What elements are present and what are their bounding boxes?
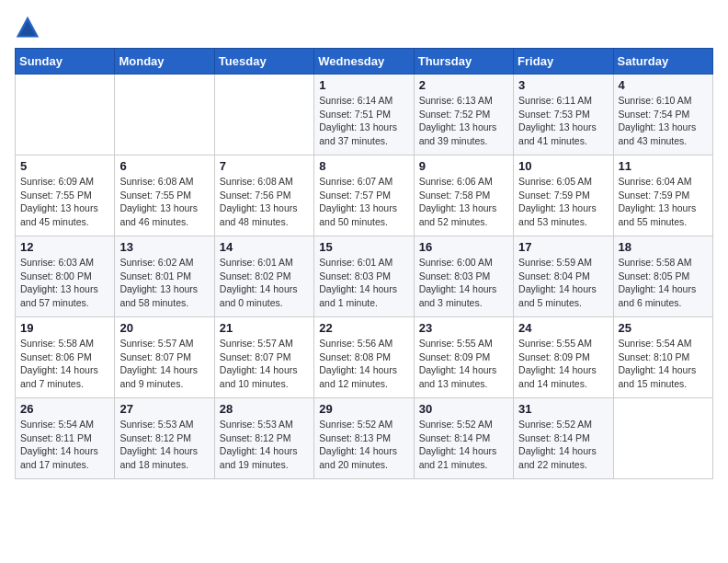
day-info: Sunrise: 5:58 AMSunset: 8:06 PMDaylight:… [20,337,109,391]
calendar-cell: 4Sunrise: 6:10 AMSunset: 7:54 PMDaylight… [613,75,712,155]
day-number: 14 [220,240,309,254]
day-info: Sunrise: 5:59 AMSunset: 8:04 PMDaylight:… [518,256,608,310]
header-day-wednesday: Wednesday [314,49,414,75]
calendar-cell [16,75,115,155]
day-info: Sunrise: 6:01 AMSunset: 8:03 PMDaylight:… [319,256,408,310]
calendar-week-5: 26Sunrise: 5:54 AMSunset: 8:11 PMDayligh… [16,398,713,479]
calendar-cell: 22Sunrise: 5:56 AMSunset: 8:08 PMDayligh… [314,317,414,398]
day-number: 7 [220,159,309,173]
day-info: Sunrise: 6:08 AMSunset: 7:56 PMDaylight:… [220,175,309,229]
day-info: Sunrise: 6:07 AMSunset: 7:57 PMDaylight:… [319,175,408,229]
day-number: 24 [518,321,608,335]
day-number: 27 [119,402,209,416]
calendar-week-2: 5Sunrise: 6:09 AMSunset: 7:55 PMDaylight… [16,155,713,236]
day-number: 30 [419,402,508,416]
calendar-cell: 16Sunrise: 6:00 AMSunset: 8:03 PMDayligh… [414,236,513,317]
calendar-cell [613,398,712,479]
day-info: Sunrise: 5:54 AMSunset: 8:10 PMDaylight:… [619,337,708,391]
day-info: Sunrise: 6:02 AMSunset: 8:01 PMDaylight:… [119,256,209,310]
calendar-cell: 30Sunrise: 5:52 AMSunset: 8:14 PMDayligh… [414,398,513,479]
day-number: 29 [319,402,408,416]
calendar-body: 1Sunrise: 6:14 AMSunset: 7:51 PMDaylight… [16,75,713,479]
day-info: Sunrise: 5:52 AMSunset: 8:14 PMDaylight:… [419,418,508,472]
calendar-cell: 5Sunrise: 6:09 AMSunset: 7:55 PMDaylight… [16,155,115,236]
day-number: 15 [319,240,408,254]
day-number: 22 [319,321,408,335]
day-number: 4 [619,78,708,92]
calendar-cell: 28Sunrise: 5:53 AMSunset: 8:12 PMDayligh… [214,398,313,479]
calendar-cell: 15Sunrise: 6:01 AMSunset: 8:03 PMDayligh… [314,236,414,317]
day-info: Sunrise: 6:04 AMSunset: 7:59 PMDaylight:… [619,175,708,229]
day-number: 23 [419,321,508,335]
day-number: 31 [518,402,608,416]
logo-icon [15,15,40,40]
day-info: Sunrise: 6:09 AMSunset: 7:55 PMDaylight:… [20,175,109,229]
calendar-cell: 14Sunrise: 6:01 AMSunset: 8:02 PMDayligh… [214,236,313,317]
day-number: 9 [419,159,508,173]
day-info: Sunrise: 5:56 AMSunset: 8:08 PMDaylight:… [319,337,408,391]
day-number: 1 [319,78,408,92]
calendar-cell: 21Sunrise: 5:57 AMSunset: 8:07 PMDayligh… [214,317,313,398]
day-info: Sunrise: 5:57 AMSunset: 8:07 PMDaylight:… [119,337,209,391]
day-info: Sunrise: 6:06 AMSunset: 7:58 PMDaylight:… [419,175,508,229]
day-info: Sunrise: 6:05 AMSunset: 7:59 PMDaylight:… [518,175,608,229]
calendar-cell: 17Sunrise: 5:59 AMSunset: 8:04 PMDayligh… [514,236,613,317]
day-number: 21 [220,321,309,335]
day-number: 3 [518,78,608,92]
day-number: 2 [419,78,508,92]
calendar-header: SundayMondayTuesdayWednesdayThursdayFrid… [16,49,713,75]
day-info: Sunrise: 5:57 AMSunset: 8:07 PMDaylight:… [220,337,309,391]
calendar-cell: 31Sunrise: 5:52 AMSunset: 8:14 PMDayligh… [514,398,613,479]
calendar-cell: 24Sunrise: 5:55 AMSunset: 8:09 PMDayligh… [514,317,613,398]
calendar-week-3: 12Sunrise: 6:03 AMSunset: 8:00 PMDayligh… [16,236,713,317]
day-info: Sunrise: 6:01 AMSunset: 8:02 PMDaylight:… [220,256,309,310]
day-info: Sunrise: 6:00 AMSunset: 8:03 PMDaylight:… [419,256,508,310]
calendar-cell: 19Sunrise: 5:58 AMSunset: 8:06 PMDayligh… [16,317,115,398]
day-number: 25 [619,321,708,335]
calendar-cell: 27Sunrise: 5:53 AMSunset: 8:12 PMDayligh… [115,398,214,479]
day-number: 5 [20,159,109,173]
header-row: SundayMondayTuesdayWednesdayThursdayFrid… [16,49,713,75]
day-number: 28 [220,402,309,416]
calendar-cell [214,75,313,155]
calendar-cell: 6Sunrise: 6:08 AMSunset: 7:55 PMDaylight… [115,155,214,236]
day-number: 16 [419,240,508,254]
page-header [15,15,713,40]
header-day-thursday: Thursday [414,49,513,75]
day-info: Sunrise: 6:11 AMSunset: 7:53 PMDaylight:… [518,94,608,148]
day-number: 6 [119,159,209,173]
calendar-cell: 1Sunrise: 6:14 AMSunset: 7:51 PMDaylight… [314,75,414,155]
calendar-cell: 2Sunrise: 6:13 AMSunset: 7:52 PMDaylight… [414,75,513,155]
day-number: 18 [619,240,708,254]
calendar-cell: 8Sunrise: 6:07 AMSunset: 7:57 PMDaylight… [314,155,414,236]
day-number: 13 [119,240,209,254]
calendar-cell: 29Sunrise: 5:52 AMSunset: 8:13 PMDayligh… [314,398,414,479]
calendar-cell: 7Sunrise: 6:08 AMSunset: 7:56 PMDaylight… [214,155,313,236]
day-info: Sunrise: 5:55 AMSunset: 8:09 PMDaylight:… [518,337,608,391]
day-info: Sunrise: 5:52 AMSunset: 8:13 PMDaylight:… [319,418,408,472]
calendar-cell: 12Sunrise: 6:03 AMSunset: 8:00 PMDayligh… [16,236,115,317]
calendar-week-4: 19Sunrise: 5:58 AMSunset: 8:06 PMDayligh… [16,317,713,398]
day-info: Sunrise: 6:14 AMSunset: 7:51 PMDaylight:… [319,94,408,148]
day-info: Sunrise: 5:54 AMSunset: 8:11 PMDaylight:… [20,418,109,472]
day-number: 11 [619,159,708,173]
day-number: 26 [20,402,109,416]
day-info: Sunrise: 6:03 AMSunset: 8:00 PMDaylight:… [20,256,109,310]
header-day-saturday: Saturday [613,49,712,75]
calendar-cell: 26Sunrise: 5:54 AMSunset: 8:11 PMDayligh… [16,398,115,479]
day-number: 8 [319,159,408,173]
header-day-tuesday: Tuesday [214,49,313,75]
day-info: Sunrise: 5:53 AMSunset: 8:12 PMDaylight:… [119,418,209,472]
day-number: 20 [119,321,209,335]
day-info: Sunrise: 6:13 AMSunset: 7:52 PMDaylight:… [419,94,508,148]
calendar-cell: 10Sunrise: 6:05 AMSunset: 7:59 PMDayligh… [514,155,613,236]
day-number: 12 [20,240,109,254]
calendar-week-1: 1Sunrise: 6:14 AMSunset: 7:51 PMDaylight… [16,75,713,155]
day-info: Sunrise: 5:52 AMSunset: 8:14 PMDaylight:… [518,418,608,472]
day-number: 17 [518,240,608,254]
day-info: Sunrise: 5:55 AMSunset: 8:09 PMDaylight:… [419,337,508,391]
day-info: Sunrise: 5:53 AMSunset: 8:12 PMDaylight:… [220,418,309,472]
calendar-table: SundayMondayTuesdayWednesdayThursdayFrid… [15,48,713,479]
calendar-cell: 3Sunrise: 6:11 AMSunset: 7:53 PMDaylight… [514,75,613,155]
day-number: 10 [518,159,608,173]
